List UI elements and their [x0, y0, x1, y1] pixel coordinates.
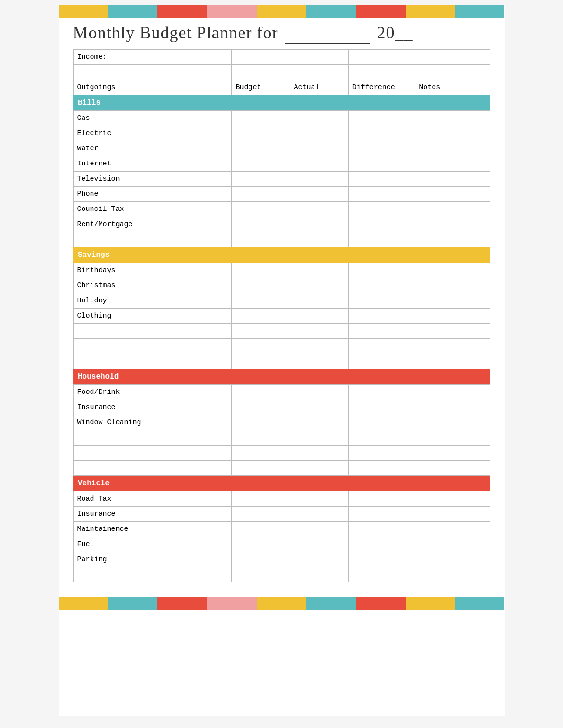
budget-phone[interactable]: [231, 187, 290, 202]
notes-window-cleaning[interactable]: [415, 415, 490, 430]
notes-gas[interactable]: [415, 111, 490, 126]
notes-road-tax[interactable]: [415, 491, 490, 507]
income-budget[interactable]: [231, 50, 290, 65]
savings-header-row: Savings: [73, 247, 490, 263]
col-difference: Difference: [348, 80, 415, 95]
month-blank[interactable]: [285, 23, 370, 44]
bottom-banner-seg-6: [306, 597, 356, 610]
label-road-tax: Road Tax: [73, 491, 231, 507]
budget-internet[interactable]: [231, 156, 290, 172]
budget-rent[interactable]: [231, 217, 290, 232]
diff-rent[interactable]: [348, 217, 415, 232]
diff-electric[interactable]: [348, 126, 415, 141]
notes-rent[interactable]: [415, 217, 490, 232]
budget-water[interactable]: [231, 141, 290, 156]
budget-maintenance[interactable]: [231, 522, 290, 537]
budget-electric[interactable]: [231, 126, 290, 141]
actual-road-tax[interactable]: [290, 491, 348, 507]
vehicle-header-row: Vehicle: [73, 476, 490, 491]
notes-birthdays[interactable]: [415, 263, 490, 278]
notes-clothing[interactable]: [415, 309, 490, 324]
household-header-row: Household: [73, 369, 490, 385]
diff-water[interactable]: [348, 141, 415, 156]
notes-phone[interactable]: [415, 187, 490, 202]
budget-insurance-vehicle[interactable]: [231, 507, 290, 522]
diff-window-cleaning[interactable]: [348, 415, 415, 430]
label-maintenance: Maintainence: [73, 522, 231, 537]
budget-christmas[interactable]: [231, 278, 290, 293]
diff-maintenance[interactable]: [348, 522, 415, 537]
notes-fuel[interactable]: [415, 537, 490, 552]
budget-food-drink[interactable]: [231, 385, 290, 400]
actual-electric[interactable]: [290, 126, 348, 141]
actual-birthdays[interactable]: [290, 263, 348, 278]
row-rent: Rent/Mortgage: [73, 217, 490, 232]
budget-television[interactable]: [231, 172, 290, 187]
banner-seg-3: [157, 5, 207, 18]
actual-gas[interactable]: [290, 111, 348, 126]
actual-christmas[interactable]: [290, 278, 348, 293]
notes-food-drink[interactable]: [415, 385, 490, 400]
budget-window-cleaning[interactable]: [231, 415, 290, 430]
actual-council-tax[interactable]: [290, 202, 348, 217]
actual-internet[interactable]: [290, 156, 348, 172]
diff-gas[interactable]: [348, 111, 415, 126]
actual-food-drink[interactable]: [290, 385, 348, 400]
diff-road-tax[interactable]: [348, 491, 415, 507]
diff-parking[interactable]: [348, 552, 415, 567]
budget-road-tax[interactable]: [231, 491, 290, 507]
income-notes[interactable]: [415, 50, 490, 65]
income-actual[interactable]: [290, 50, 348, 65]
label-gas: Gas: [73, 111, 231, 126]
notes-holiday[interactable]: [415, 293, 490, 309]
diff-food-drink[interactable]: [348, 385, 415, 400]
actual-parking[interactable]: [290, 552, 348, 567]
actual-insurance-vehicle[interactable]: [290, 507, 348, 522]
actual-clothing[interactable]: [290, 309, 348, 324]
budget-council-tax[interactable]: [231, 202, 290, 217]
budget-gas[interactable]: [231, 111, 290, 126]
actual-holiday[interactable]: [290, 293, 348, 309]
actual-fuel[interactable]: [290, 537, 348, 552]
col-budget: Budget: [231, 80, 290, 95]
actual-insurance-household[interactable]: [290, 400, 348, 415]
diff-holiday[interactable]: [348, 293, 415, 309]
diff-insurance-household[interactable]: [348, 400, 415, 415]
row-road-tax: Road Tax: [73, 491, 490, 507]
diff-internet[interactable]: [348, 156, 415, 172]
label-clothing: Clothing: [73, 309, 231, 324]
diff-christmas[interactable]: [348, 278, 415, 293]
diff-phone[interactable]: [348, 187, 415, 202]
notes-insurance-household[interactable]: [415, 400, 490, 415]
diff-clothing[interactable]: [348, 309, 415, 324]
notes-insurance-vehicle[interactable]: [415, 507, 490, 522]
notes-electric[interactable]: [415, 126, 490, 141]
actual-television[interactable]: [290, 172, 348, 187]
budget-holiday[interactable]: [231, 293, 290, 309]
diff-television[interactable]: [348, 172, 415, 187]
notes-water[interactable]: [415, 141, 490, 156]
budget-fuel[interactable]: [231, 537, 290, 552]
budget-clothing[interactable]: [231, 309, 290, 324]
actual-phone[interactable]: [290, 187, 348, 202]
diff-birthdays[interactable]: [348, 263, 415, 278]
diff-fuel[interactable]: [348, 537, 415, 552]
diff-insurance-vehicle[interactable]: [348, 507, 415, 522]
budget-birthdays[interactable]: [231, 263, 290, 278]
notes-television[interactable]: [415, 172, 490, 187]
income-diff[interactable]: [348, 50, 415, 65]
budget-insurance-household[interactable]: [231, 400, 290, 415]
notes-internet[interactable]: [415, 156, 490, 172]
notes-council-tax[interactable]: [415, 202, 490, 217]
actual-maintenance[interactable]: [290, 522, 348, 537]
actual-window-cleaning[interactable]: [290, 415, 348, 430]
budget-parking[interactable]: [231, 552, 290, 567]
banner-seg-4: [207, 5, 257, 18]
diff-council-tax[interactable]: [348, 202, 415, 217]
actual-water[interactable]: [290, 141, 348, 156]
notes-christmas[interactable]: [415, 278, 490, 293]
bottom-banner-seg-5: [257, 597, 306, 610]
notes-parking[interactable]: [415, 552, 490, 567]
actual-rent[interactable]: [290, 217, 348, 232]
notes-maintenance[interactable]: [415, 522, 490, 537]
